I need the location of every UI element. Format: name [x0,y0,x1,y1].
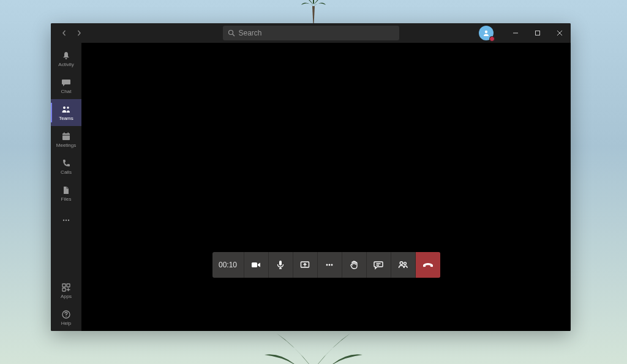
phone-icon [61,158,71,168]
svg-point-24 [404,262,407,265]
svg-point-9 [63,220,64,221]
window-minimize[interactable] [505,24,527,42]
svg-point-16 [66,316,66,316]
calendar-icon [61,132,71,141]
mic-toggle-button[interactable] [269,252,293,278]
sidebar-item-help[interactable]: Help [51,304,81,331]
svg-point-10 [66,220,67,221]
help-icon [61,310,71,319]
nav-back[interactable] [59,28,69,38]
raise-hand-button[interactable] [342,252,367,278]
more-actions-button[interactable] [318,252,342,278]
call-toolbar: 00:10 [212,252,440,278]
hang-up-button[interactable] [416,252,440,278]
sidebar-item-more[interactable] [51,207,81,234]
titlebar [51,23,571,43]
sidebar-item-meetings[interactable]: Meetings [51,126,81,153]
ellipsis-icon [61,215,71,225]
participants-button[interactable] [391,252,416,278]
search-input[interactable] [239,29,394,37]
svg-rect-7 [64,132,65,134]
file-icon [61,185,71,195]
sidebar-item-apps[interactable]: Apps [51,277,81,304]
svg-point-3 [63,106,66,109]
sidebar-item-label: Help [61,321,71,326]
search-icon [228,29,235,37]
teams-icon [61,105,71,114]
svg-rect-8 [68,132,69,134]
svg-rect-17 [252,262,257,267]
svg-point-22 [331,264,333,266]
apps-icon [61,283,71,292]
sidebar-item-label: Files [61,196,72,202]
svg-rect-14 [62,288,66,291]
teams-app-window: Activity Chat Teams Meetings Calls Files [51,23,571,331]
svg-point-23 [400,262,403,265]
sidebar-item-activity[interactable]: Activity [51,45,81,72]
sidebar-item-label: Teams [59,116,73,121]
sidebar-item-label: Meetings [56,143,76,148]
sidebar-item-calls[interactable]: Calls [51,153,81,180]
svg-point-0 [228,31,233,35]
bell-icon [61,51,71,61]
window-maximize[interactable] [527,24,549,42]
svg-point-11 [68,220,69,221]
svg-point-4 [67,106,69,108]
sidebar-item-files[interactable]: Files [51,180,81,207]
share-screen-button[interactable] [293,252,318,278]
svg-rect-18 [279,261,282,266]
svg-point-1 [485,31,487,33]
window-close[interactable] [549,24,571,42]
svg-rect-12 [62,284,66,287]
nav-forward[interactable] [74,28,84,38]
svg-rect-13 [67,284,70,287]
svg-rect-2 [536,31,540,35]
search-box[interactable] [223,26,399,40]
camera-toggle-button[interactable] [244,252,269,278]
chat-icon [61,78,71,87]
sidebar-item-label: Apps [61,294,72,299]
sidebar-item-chat[interactable]: Chat [51,72,81,99]
status-badge-busy [489,36,495,42]
app-rail: Activity Chat Teams Meetings Calls Files [51,43,81,331]
profile-avatar[interactable] [479,26,494,40]
conversation-button[interactable] [367,252,391,278]
sidebar-item-teams[interactable]: Teams [51,99,81,126]
sidebar-item-label: Chat [61,89,72,94]
svg-point-20 [326,264,328,266]
sidebar-item-label: Calls [61,169,72,175]
svg-point-21 [329,264,331,266]
sidebar-item-label: Activity [58,62,73,67]
meeting-stage: 00:10 [81,43,571,331]
call-timer: 00:10 [212,252,244,278]
